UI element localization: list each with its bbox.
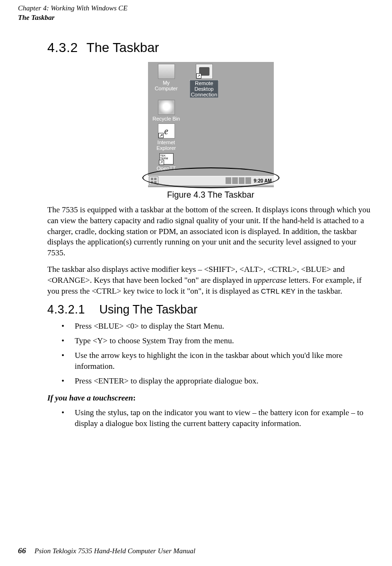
desktop-row-3: e ↗ Internet Explorer xyxy=(151,123,271,151)
figure-caption: Figure 4.3 The Taskbar xyxy=(47,190,374,200)
body-text: The 7535 is equipped with a taskbar at t… xyxy=(47,205,374,297)
header-chapter: Chapter 4: Working With Windows CE xyxy=(18,4,128,13)
shortcut-arrow-icon: ↗ xyxy=(159,160,164,165)
heading-number: 4.3.2.1 xyxy=(47,303,85,316)
icon-remote-desktop[interactable]: ↗ Remote Desktop Connection xyxy=(189,64,220,98)
tray-icon[interactable] xyxy=(226,177,231,184)
remote-desktop-icon: ↗ xyxy=(196,64,213,79)
shortcut-arrow-icon: ↗ xyxy=(196,73,201,78)
running-footer: 66Psion Teklogix 7535 Hand-Held Computer… xyxy=(18,546,195,556)
system-tray[interactable]: 9:20 AM xyxy=(226,177,274,184)
wince-taskbar: 9:20 AM xyxy=(148,176,274,185)
icon-internet-explorer[interactable]: e ↗ Internet Explorer xyxy=(151,123,182,151)
list-item: Type <Y> to choose System Tray from the … xyxy=(61,336,374,347)
icon-my-computer[interactable]: My Computer xyxy=(151,64,182,98)
list-item: Press <ENTER> to display the appropriate… xyxy=(61,376,374,387)
heading-title: Using The Taskbar xyxy=(99,303,198,316)
tray-icon[interactable] xyxy=(245,177,251,184)
heading-4-3-2: 4.3.2The Taskbar xyxy=(47,40,374,55)
opentt-icon: TEK TERM ↗ xyxy=(159,153,174,165)
recycle-bin-icon xyxy=(158,100,175,115)
paragraph: The taskbar also displays active modifie… xyxy=(47,264,374,297)
icon-label: My Computer xyxy=(155,80,177,91)
tray-icon[interactable] xyxy=(239,177,244,184)
tray-icon[interactable] xyxy=(232,177,238,184)
book-title: Psion Teklogix 7535 Hand-Held Computer U… xyxy=(35,547,195,555)
list-item: Press <BLUE> <0> to display the Start Me… xyxy=(61,321,374,332)
heading-number: 4.3.2 xyxy=(47,40,78,55)
icon-label: Recycle Bin xyxy=(152,116,180,122)
icon-label: OpenTT xyxy=(157,165,175,171)
shortcut-arrow-icon: ↗ xyxy=(158,133,164,138)
running-header: Chapter 4: Working With Windows CE The T… xyxy=(18,4,128,22)
main-content: 4.3.2The Taskbar My Computer ↗ Remote De… xyxy=(47,40,374,436)
list-item: Using the stylus, tap on the indicator y… xyxy=(61,408,374,429)
touchscreen-heading: If you have a touchscreen: xyxy=(47,393,374,403)
ie-icon: e ↗ xyxy=(158,123,175,139)
heading-4-3-2-1: 4.3.2.1Using The Taskbar xyxy=(47,303,374,316)
taskbar-clock[interactable]: 9:20 AM xyxy=(254,178,272,183)
header-section: The Taskbar xyxy=(18,13,128,23)
icon-label: Internet Explorer xyxy=(157,139,176,151)
icon-label: Remote Desktop Connection xyxy=(190,80,219,98)
figure-4-3: My Computer ↗ Remote Desktop Connection … xyxy=(47,62,374,187)
icon-recycle-bin[interactable]: Recycle Bin xyxy=(151,100,182,122)
desktop-row-2: Recycle Bin xyxy=(151,100,271,122)
heading-title: The Taskbar xyxy=(87,40,159,55)
paragraph: The 7535 is equipped with a taskbar at t… xyxy=(47,205,374,259)
computer-icon xyxy=(158,64,175,79)
windows-flag-icon xyxy=(151,178,157,183)
icon-opentt[interactable]: TEK TERM ↗ OpenTT xyxy=(151,153,182,171)
page-number: 66 xyxy=(18,546,26,555)
wince-desktop: My Computer ↗ Remote Desktop Connection … xyxy=(148,62,274,174)
desktop-row-1: My Computer ↗ Remote Desktop Connection xyxy=(151,64,271,98)
bullet-list: Press <BLUE> <0> to display the Start Me… xyxy=(61,321,374,387)
desktop-row-4: TEK TERM ↗ OpenTT xyxy=(151,153,271,171)
start-button[interactable] xyxy=(149,176,158,185)
wince-screenshot: My Computer ↗ Remote Desktop Connection … xyxy=(148,62,274,187)
list-item: Use the arrow keys to highlight the icon… xyxy=(61,350,374,372)
bullet-list: Using the stylus, tap on the indicator y… xyxy=(61,408,374,429)
